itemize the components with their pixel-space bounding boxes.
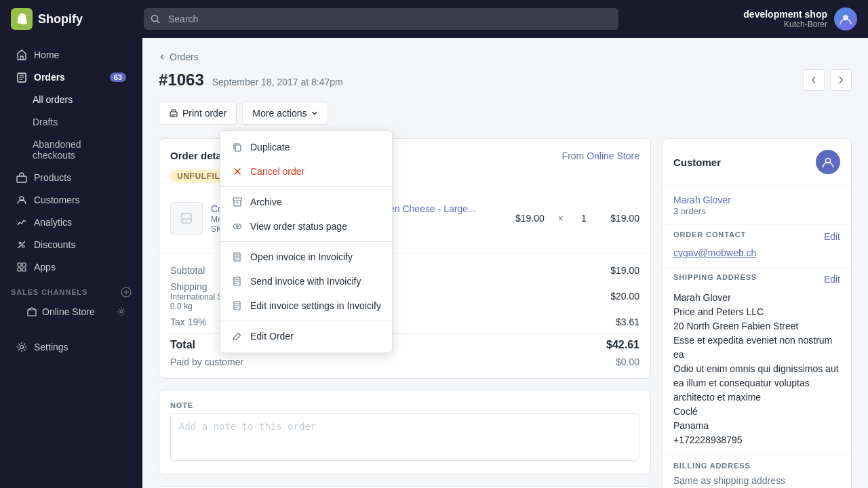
print-order-button[interactable]: Print order bbox=[159, 102, 237, 125]
customer-name[interactable]: Marah Glover bbox=[673, 195, 731, 205]
sales-channels-label: SALES CHANNELS bbox=[0, 279, 142, 300]
item-line-total: $19.00 bbox=[599, 213, 639, 224]
sidebar-item-settings[interactable]: Settings bbox=[5, 336, 137, 358]
online-store-label: Online Store bbox=[42, 306, 95, 317]
more-actions-dropdown: Duplicate Cancel order Archive bbox=[220, 130, 393, 353]
customers-label: Customers bbox=[34, 195, 80, 205]
page-header: #1063 September 18, 2017 at 8:47pm bbox=[159, 69, 852, 91]
contact-email[interactable]: cygav@mobweb.ch bbox=[673, 247, 756, 258]
sidebar: Home Orders 63 All orders Drafts Abandon… bbox=[0, 0, 142, 488]
next-order-button[interactable] bbox=[830, 69, 852, 91]
svg-rect-16 bbox=[235, 145, 241, 151]
shipping-cost: $20.00 bbox=[610, 291, 639, 302]
svg-point-0 bbox=[152, 16, 158, 22]
user-menu: development shop Kutch-Borer bbox=[743, 7, 857, 30]
dropdown-item-view-status[interactable]: View order status page bbox=[220, 214, 392, 239]
prev-order-button[interactable] bbox=[803, 69, 825, 91]
chevron-down-icon bbox=[311, 110, 318, 117]
action-bar: Print order More actions Duplicate bbox=[159, 102, 852, 125]
user-avatar[interactable] bbox=[834, 7, 857, 30]
edit-shipping-link[interactable]: Edit bbox=[824, 274, 840, 285]
sidebar-item-home[interactable]: Home bbox=[5, 44, 137, 66]
tax-value: $3.61 bbox=[616, 317, 639, 327]
dropdown-item-send-invoice[interactable]: Send invoice with Invoicify bbox=[220, 269, 392, 293]
svg-point-14 bbox=[20, 346, 24, 349]
search-input[interactable] bbox=[144, 8, 618, 30]
edit-order-label: Edit Order bbox=[250, 331, 294, 342]
dropdown-item-edit-settings[interactable]: Edit invoice settings in Invoicify bbox=[220, 293, 392, 318]
breadcrumb[interactable]: Orders bbox=[159, 52, 852, 62]
sidebar-item-orders[interactable]: Orders 63 bbox=[5, 66, 137, 88]
more-actions-button[interactable]: More actions bbox=[242, 102, 328, 125]
note-input[interactable] bbox=[170, 413, 639, 461]
send-invoice-label: Send invoice with Invoicify bbox=[250, 276, 361, 287]
svg-rect-9 bbox=[18, 268, 21, 271]
dropdown-item-duplicate[interactable]: Duplicate bbox=[220, 135, 392, 159]
view-status-label: View order status page bbox=[250, 221, 347, 232]
sidebar-orders-label: Orders bbox=[34, 72, 65, 83]
print-icon bbox=[169, 108, 178, 118]
order-date: September 18, 2017 at 8:47pm bbox=[212, 77, 343, 87]
shopify-icon bbox=[11, 8, 33, 30]
sidebar-item-discounts[interactable]: Discounts bbox=[5, 234, 137, 256]
svg-rect-17 bbox=[233, 198, 241, 201]
main-content: Orders #1063 September 18, 2017 at 8:47p… bbox=[142, 0, 868, 488]
search-container bbox=[144, 8, 618, 30]
topnav: Shopify development shop Kutch-Borer bbox=[0, 0, 868, 38]
svg-point-19 bbox=[237, 226, 239, 228]
analytics-icon bbox=[16, 217, 27, 228]
sidebar-item-abandoned[interactable]: Abandoned checkouts bbox=[5, 134, 137, 166]
subtotal-value: $19.00 bbox=[610, 265, 639, 276]
orders-icon bbox=[16, 72, 27, 83]
dropdown-item-cancel[interactable]: Cancel order bbox=[220, 159, 392, 184]
arrow-left-icon bbox=[810, 76, 818, 84]
edit-settings-label: Edit invoice settings in Invoicify bbox=[250, 300, 381, 311]
dropdown-item-archive[interactable]: Archive bbox=[220, 190, 392, 214]
sidebar-home-label: Home bbox=[34, 49, 59, 60]
dropdown-item-open-invoice[interactable]: Open invoice in Invoicify bbox=[220, 245, 392, 269]
note-body: Note bbox=[159, 390, 650, 474]
copy-icon bbox=[231, 141, 243, 153]
customer-avatar bbox=[816, 150, 840, 174]
sidebar-item-products[interactable]: Products bbox=[5, 167, 137, 188]
invoice-icon-2 bbox=[231, 275, 243, 287]
item-quantity: 1 bbox=[577, 213, 591, 224]
side-column: Customer Marah Glover 3 orders ORDER CON… bbox=[662, 138, 852, 488]
abandoned-label: Abandoned checkouts bbox=[33, 139, 126, 161]
divider-1 bbox=[220, 186, 392, 187]
products-icon bbox=[16, 172, 27, 183]
svg-rect-8 bbox=[22, 263, 26, 266]
sidebar-item-all-orders[interactable]: All orders bbox=[5, 89, 137, 110]
invoice-icon-3 bbox=[231, 300, 243, 312]
shipping-address-section: SHIPPING ADDRESS Edit Marah Glover Price… bbox=[663, 267, 851, 455]
open-invoice-label: Open invoice in Invoicify bbox=[250, 251, 353, 262]
x-icon bbox=[231, 165, 243, 178]
item-price: $19.00 bbox=[504, 213, 545, 224]
dropdown-item-edit-order[interactable]: Edit Order bbox=[220, 324, 392, 348]
svg-point-13 bbox=[120, 310, 123, 313]
sidebar-item-drafts[interactable]: Drafts bbox=[5, 111, 137, 133]
invoice-icon-4 bbox=[231, 330, 243, 342]
drafts-label: Drafts bbox=[33, 117, 58, 127]
edit-contact-link[interactable]: Edit bbox=[824, 231, 840, 242]
add-sales-channel-icon[interactable] bbox=[121, 287, 132, 298]
sidebar-item-customers[interactable]: Customers bbox=[5, 189, 137, 211]
settings-icon bbox=[16, 342, 27, 352]
svg-point-5 bbox=[19, 242, 21, 244]
paid-value: $0.00 bbox=[616, 357, 639, 367]
sidebar-item-analytics[interactable]: Analytics bbox=[5, 211, 137, 233]
eye-icon bbox=[231, 220, 243, 232]
sidebar-item-online-store[interactable]: Online Store bbox=[5, 301, 137, 323]
settings-gear-icon[interactable] bbox=[117, 307, 126, 317]
discounts-label: Discounts bbox=[34, 239, 75, 250]
sidebar-item-apps[interactable]: Apps bbox=[5, 256, 137, 278]
multiply-sign: × bbox=[558, 213, 564, 224]
products-label: Products bbox=[34, 172, 71, 183]
svg-rect-23 bbox=[182, 214, 191, 223]
customer-header: Customer bbox=[663, 139, 851, 186]
customer-section-label: Customer bbox=[673, 157, 721, 168]
billing-address-section: BILLING ADDRESS Same as shipping address bbox=[663, 455, 851, 488]
all-orders-label: All orders bbox=[33, 94, 73, 105]
divider-2 bbox=[220, 241, 392, 242]
online-store-link[interactable]: Online Store bbox=[587, 150, 639, 161]
